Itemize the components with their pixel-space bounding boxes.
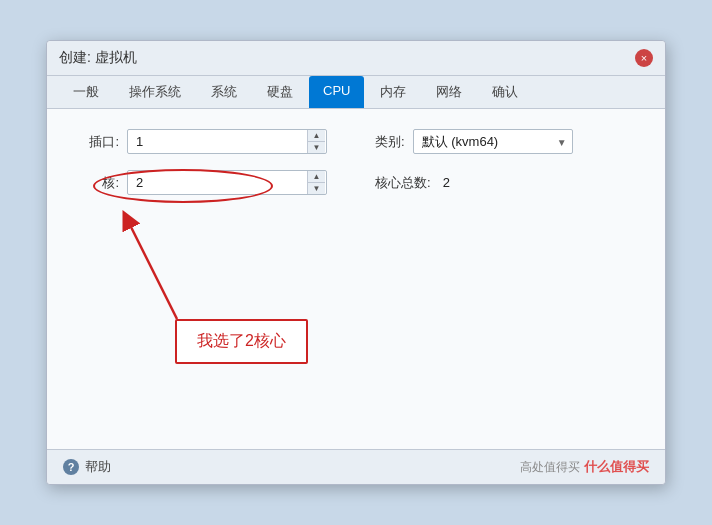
tab-bar: 一般 操作系统 系统 硬盘 CPU 内存 网络 确认 xyxy=(47,76,665,109)
tab-system[interactable]: 系统 xyxy=(197,76,251,108)
type-group: 类别: 默认 (kvm64) host qemu64 ▼ xyxy=(375,129,573,154)
dialog-header: 创建: 虚拟机 × xyxy=(47,41,665,76)
core-label: 核: xyxy=(71,174,119,192)
core-input-wrap: ▲ ▼ xyxy=(127,170,327,195)
core-up-button[interactable]: ▲ xyxy=(307,171,325,183)
socket-down-button[interactable]: ▼ xyxy=(307,142,325,153)
callout-text: 我选了2核心 xyxy=(197,332,286,349)
core-row: 核: ▲ ▼ 核心总数: 2 xyxy=(71,170,641,195)
core-down-button[interactable]: ▼ xyxy=(307,183,325,194)
annotation-arrow-svg xyxy=(107,189,287,339)
socket-input-wrap: ▲ ▼ xyxy=(127,129,327,154)
callout-box: 我选了2核心 xyxy=(175,319,308,364)
socket-row: 插口: ▲ ▼ 类别: 默认 (kvm64) host qemu64 ▼ xyxy=(71,129,641,154)
socket-label: 插口: xyxy=(71,133,119,151)
annotation-area xyxy=(107,189,367,389)
total-cores-label: 核心总数: xyxy=(375,174,431,192)
tab-disk[interactable]: 硬盘 xyxy=(253,76,307,108)
close-icon: × xyxy=(641,53,647,64)
tab-general[interactable]: 一般 xyxy=(59,76,113,108)
tab-cpu[interactable]: CPU xyxy=(309,76,364,108)
core-spinners: ▲ ▼ xyxy=(307,171,325,194)
type-label: 类别: xyxy=(375,133,405,151)
dialog-footer: ? 帮助 高处值得买 什么值得买 xyxy=(47,449,665,484)
core-input[interactable] xyxy=(127,170,327,195)
footer-brand: 什么值得买 xyxy=(584,458,649,476)
help-label[interactable]: 帮助 xyxy=(85,458,111,476)
tab-memory[interactable]: 内存 xyxy=(366,76,420,108)
footer-right: 高处值得买 什么值得买 xyxy=(520,458,649,476)
svg-line-0 xyxy=(127,219,177,319)
footer-watermark: 高处值得买 xyxy=(520,459,580,476)
socket-spinners: ▲ ▼ xyxy=(307,130,325,153)
tab-confirm[interactable]: 确认 xyxy=(478,76,532,108)
dialog-title: 创建: 虚拟机 xyxy=(59,49,137,67)
socket-up-button[interactable]: ▲ xyxy=(307,130,325,142)
total-cores-value: 2 xyxy=(443,175,450,190)
create-vm-dialog: 创建: 虚拟机 × 一般 操作系统 系统 硬盘 CPU 内存 网络 确认 插口:… xyxy=(46,40,666,485)
type-select[interactable]: 默认 (kvm64) host qemu64 xyxy=(413,129,573,154)
type-select-wrap: 默认 (kvm64) host qemu64 ▼ xyxy=(413,129,573,154)
help-icon: ? xyxy=(63,459,79,475)
footer-left: ? 帮助 xyxy=(63,458,111,476)
tab-network[interactable]: 网络 xyxy=(422,76,476,108)
total-cores-group: 核心总数: 2 xyxy=(375,174,450,192)
tab-os[interactable]: 操作系统 xyxy=(115,76,195,108)
socket-input[interactable] xyxy=(127,129,327,154)
dialog-body: 插口: ▲ ▼ 类别: 默认 (kvm64) host qemu64 ▼ xyxy=(47,109,665,449)
close-button[interactable]: × xyxy=(635,49,653,67)
